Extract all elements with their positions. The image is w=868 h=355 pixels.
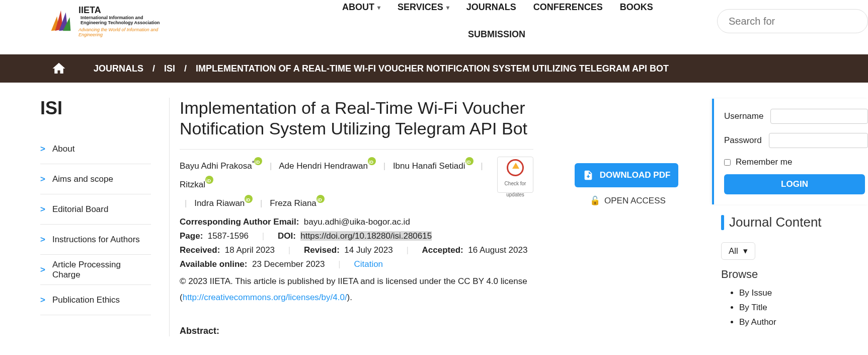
article-content: Implementation of a Real-Time Wi-Fi Vouc… [169, 98, 551, 336]
chevron-down-icon: ▾ [377, 4, 380, 11]
breadcrumb-journals[interactable]: JOURNALS [94, 63, 143, 74]
article-meta: Corresponding Author Email: bayu.adhi@ui… [180, 217, 533, 269]
breadcrumb: JOURNALS / ISI / IMPLEMENTATION OF A REA… [0, 54, 868, 83]
chevron-right-icon: > [40, 204, 45, 215]
breadcrumb-sep: / [152, 63, 155, 74]
sidebar-heading: ISI [40, 98, 151, 119]
logo[interactable]: IIETA International Information and Engi… [40, 0, 181, 42]
page-label: Page: [180, 231, 203, 241]
author-sep: | [481, 161, 483, 171]
chevron-right-icon: > [40, 144, 45, 154]
corr-email-label: Corresponding Author Email: [180, 217, 299, 227]
hr [180, 149, 533, 150]
received-value: 18 April 2023 [225, 245, 275, 255]
logo-flame-icon [46, 6, 75, 36]
revised-value: 14 July 2023 [344, 245, 392, 255]
chevron-down-icon: ▾ [446, 4, 449, 11]
username-input[interactable] [770, 109, 868, 124]
check-for-updates-button[interactable]: Check for updates [497, 157, 533, 193]
abstract-heading: Abstract: [180, 326, 533, 336]
doi-link[interactable]: https://doi.org/10.18280/isi.280615 [300, 231, 432, 241]
sidebar-item-instructions[interactable]: >Instructions for Authors [40, 225, 151, 255]
chevron-right-icon: > [40, 265, 45, 275]
orcid-icon[interactable] [205, 176, 213, 184]
password-input[interactable] [769, 133, 868, 148]
author-link[interactable]: Ibnu Hanafi Setiadi [393, 161, 465, 171]
author-link[interactable]: Indra Riawan [194, 198, 245, 208]
accepted-value: 16 August 2023 [468, 245, 527, 255]
sidebar-item-ethics[interactable]: >Publication Ethics [40, 285, 151, 315]
corr-email: bayu.adhi@uika-bogor.ac.id [304, 217, 410, 227]
browse-by-issue[interactable]: By Issue [739, 286, 868, 301]
nav-journals[interactable]: JOURNALS [466, 2, 516, 13]
pdf-icon [583, 170, 594, 181]
sidebar-item-apc[interactable]: >Article Processing Charge [40, 255, 151, 285]
crossmark-icon [507, 159, 524, 176]
orcid-icon[interactable] [245, 195, 253, 203]
remember-me-checkbox[interactable] [724, 159, 731, 166]
author-sep: | [383, 161, 385, 171]
chevron-down-icon: ▾ [743, 246, 748, 256]
breadcrumb-sep: / [184, 63, 187, 74]
meta-sep: | [406, 245, 408, 255]
sidebar-item-aims[interactable]: >Aims and scope [40, 164, 151, 194]
browse-by-author[interactable]: By Author [739, 315, 868, 330]
orcid-icon[interactable] [254, 157, 262, 165]
chevron-right-icon: > [40, 235, 45, 245]
browse-heading: Browse [721, 268, 868, 281]
logo-fullname-1: International Information and [81, 15, 143, 20]
author-sep: | [260, 198, 262, 208]
received-label: Received: [180, 245, 220, 255]
journal-sidebar: ISI >About >Aims and scope >Editorial Bo… [40, 98, 151, 336]
orcid-icon[interactable] [368, 157, 376, 165]
author-link[interactable]: Ade Hendri Hendrawan [279, 161, 368, 171]
meta-sep: | [262, 231, 264, 241]
nav-books[interactable]: BOOKS [620, 2, 653, 13]
sidebar-item-about[interactable]: >About [40, 134, 151, 164]
home-icon[interactable] [50, 61, 67, 76]
search-input[interactable] [717, 9, 868, 33]
open-access-label: 🔓 OPEN ACCESS [590, 195, 707, 206]
license-link[interactable]: http://creativecommons.org/licenses/by/4… [183, 293, 347, 302]
author-list: Check for updates Bayu Adhi Prakosa* | A… [180, 157, 533, 213]
article-title: Implementation of a Real-Time Wi-Fi Vouc… [180, 98, 533, 139]
accent-bar [721, 215, 724, 230]
license-text: © 2023 IIETA. This article is published … [180, 273, 533, 306]
accepted-label: Accepted: [422, 245, 463, 255]
password-label: Password [724, 135, 762, 146]
filter-all-dropdown[interactable]: All ▾ [721, 242, 755, 260]
orcid-icon[interactable] [317, 195, 325, 203]
breadcrumb-isi[interactable]: ISI [164, 63, 175, 74]
logo-tagline: Advancing the World of Information and E… [78, 27, 181, 37]
nav-services[interactable]: SERVICES▾ [398, 2, 449, 13]
open-lock-icon: 🔓 [590, 195, 600, 206]
orcid-icon[interactable] [465, 157, 474, 165]
nav-about[interactable]: ABOUT▾ [342, 2, 380, 13]
username-label: Username [724, 111, 763, 121]
meta-sep: | [338, 259, 340, 269]
meta-sep: | [288, 245, 290, 255]
sidebar-item-editorial[interactable]: >Editorial Board [40, 194, 151, 225]
remember-me-label: Remember me [736, 157, 792, 167]
author-sep: | [185, 198, 187, 208]
online-value: 23 December 2023 [252, 259, 325, 269]
online-label: Available online: [180, 259, 247, 269]
journal-content-panel: Journal Content All ▾ Browse By Issue By… [712, 206, 868, 330]
author-link[interactable]: Bayu Adhi Prakosa [180, 161, 252, 171]
download-pdf-button[interactable]: DOWNLOAD PDF [575, 163, 678, 187]
citation-link[interactable]: Citation [354, 259, 383, 269]
browse-by-title[interactable]: By Title [739, 301, 868, 315]
chevron-right-icon: > [40, 174, 45, 184]
logo-fullname-2: Engineering Technology Association [81, 20, 160, 25]
check-updates-l2: updates [506, 192, 524, 197]
login-button[interactable]: LOGIN [724, 174, 865, 194]
journal-content-heading: Journal Content [729, 215, 822, 230]
author-link[interactable]: Freza Riana [270, 198, 317, 208]
author-link[interactable]: Ritzkal [180, 180, 205, 189]
author-sep: | [270, 161, 272, 171]
revised-label: Revised: [304, 245, 340, 255]
nav-conferences[interactable]: CONFERENCES [533, 2, 603, 13]
login-panel: Username Password Remember me LOGIN [712, 99, 868, 204]
nav-submission[interactable]: SUBMISSION [468, 29, 525, 39]
check-updates-l1: Check for [505, 181, 526, 186]
